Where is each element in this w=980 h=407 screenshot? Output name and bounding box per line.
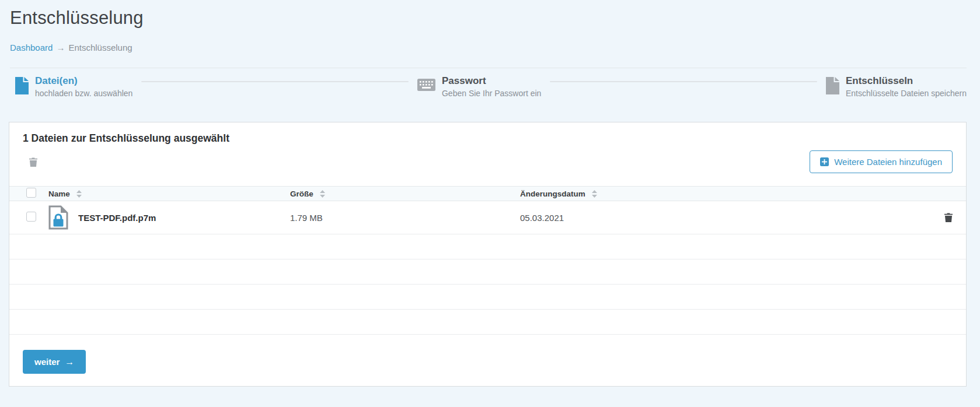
step-title: Datei(en)	[35, 76, 132, 86]
file-icon	[15, 77, 29, 94]
empty-table-row	[9, 259, 966, 285]
empty-table-row	[9, 310, 966, 335]
add-files-button[interactable]: Weitere Dateien hinzufügen	[810, 150, 953, 173]
step-subtitle: Geben Sie Ihr Passwort ein	[442, 89, 541, 98]
column-header-size[interactable]: Größe	[290, 190, 520, 198]
step-connector	[141, 81, 409, 82]
select-all-checkbox[interactable]	[26, 188, 36, 198]
empty-table-row	[9, 285, 966, 310]
table-row: TEST-PDF.pdf.p7m 1.79 MB 05.03.2021	[9, 201, 966, 234]
step-files[interactable]: Datei(en) hochladen bzw. auswählen	[15, 76, 132, 98]
step-connector	[550, 81, 817, 82]
arrow-right-icon: →	[65, 357, 74, 367]
sort-up-down-icon	[592, 190, 597, 198]
file-name: TEST-PDF.pdf.p7m	[78, 213, 156, 223]
file-modified-date: 05.03.2021	[520, 213, 931, 223]
panel-heading: 1 Dateien zur Entschlüsselung ausgewählt	[9, 122, 966, 145]
file-icon	[826, 77, 839, 94]
sort-up-down-icon	[76, 190, 82, 198]
header-checkbox-cell	[9, 188, 48, 200]
trash-icon	[29, 157, 37, 167]
files-panel: 1 Dateien zur Entschlüsselung ausgewählt…	[9, 122, 967, 387]
breadcrumb: Dashboard→Entschlüsselung	[10, 43, 967, 52]
step-text: Entschlüsseln Entschlüsselte Dateien spe…	[846, 76, 967, 98]
step-title: Passwort	[442, 76, 541, 86]
table-header-row: Name Größe Änderungsdatum	[9, 186, 966, 201]
delete-file-button[interactable]	[942, 210, 955, 224]
file-name-cell: TEST-PDF.pdf.p7m	[48, 205, 290, 230]
panel-actions: Weitere Dateien hinzufügen	[9, 145, 966, 179]
panel-footer: weiter →	[9, 335, 966, 386]
step-text: Datei(en) hochladen bzw. auswählen	[35, 76, 132, 98]
keyboard-icon	[417, 79, 435, 91]
row-checkbox-cell	[9, 212, 48, 224]
breadcrumb-separator: →	[56, 43, 65, 52]
column-header-modified[interactable]: Änderungsdatum	[520, 190, 931, 198]
add-files-label: Weitere Dateien hinzufügen	[834, 157, 942, 167]
sort-up-down-icon	[320, 190, 325, 198]
trash-icon	[944, 213, 953, 222]
row-checkbox[interactable]	[26, 212, 36, 222]
column-header-name[interactable]: Name	[48, 190, 290, 198]
step-text: Passwort Geben Sie Ihr Passwort ein	[442, 76, 541, 98]
next-step-button[interactable]: weiter →	[23, 350, 86, 374]
step-password[interactable]: Passwort Geben Sie Ihr Passwort ein	[417, 76, 541, 98]
locked-file-icon	[48, 205, 68, 230]
breadcrumb-current: Entschlüsselung	[68, 43, 132, 52]
step-subtitle: Entschlüsselte Dateien speichern	[846, 89, 967, 98]
next-button-label: weiter	[34, 357, 60, 367]
plus-square-icon	[820, 157, 829, 166]
page-header: Entschlüsselung Dashboard→Entschlüsselun…	[0, 0, 980, 68]
step-decrypt[interactable]: Entschlüsseln Entschlüsselte Dateien spe…	[826, 76, 967, 98]
step-subtitle: hochladen bzw. auswählen	[35, 89, 132, 98]
delete-selected-button[interactable]	[27, 155, 40, 169]
file-size: 1.79 MB	[290, 213, 520, 223]
page-title: Entschlüsselung	[10, 8, 967, 29]
step-title: Entschlüsseln	[846, 76, 967, 86]
breadcrumb-dashboard-link[interactable]: Dashboard	[10, 43, 53, 52]
empty-table-row	[9, 234, 966, 259]
wizard-steps: Datei(en) hochladen bzw. auswählen Passw…	[0, 68, 980, 103]
